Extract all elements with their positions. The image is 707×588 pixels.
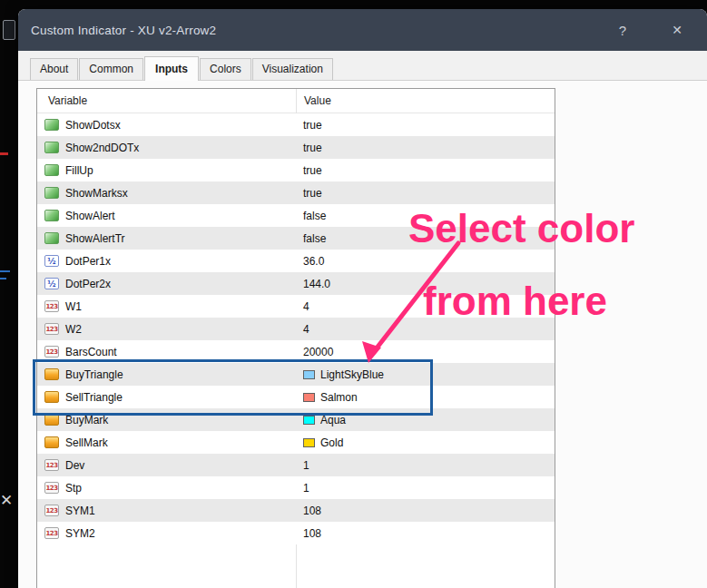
variable-cell: ShowAlert bbox=[37, 210, 296, 222]
value-label: Salmon bbox=[320, 391, 358, 404]
value-cell[interactable]: true bbox=[296, 164, 555, 177]
value-label: true bbox=[303, 187, 322, 200]
number-icon: 123 bbox=[44, 459, 59, 471]
value-cell[interactable]: 1 bbox=[296, 459, 555, 472]
variable-cell: 123 SYM2 bbox=[37, 527, 296, 540]
value-cell[interactable]: 20000 bbox=[296, 346, 555, 358]
tab-about[interactable]: About bbox=[30, 58, 78, 80]
inputs-table: Variable Value ShowDotsx true Show2ndDOT… bbox=[36, 88, 555, 588]
value-cell[interactable]: Gold bbox=[296, 436, 555, 449]
bool-icon bbox=[44, 187, 59, 199]
variable-label: Show2ndDOTx bbox=[65, 142, 139, 154]
bool-icon bbox=[44, 232, 59, 244]
tab-label: Colors bbox=[210, 63, 241, 75]
variable-label: ShowAlert bbox=[65, 210, 115, 222]
value-cell[interactable]: 144.0 bbox=[296, 278, 555, 290]
number-icon: 123 bbox=[44, 482, 59, 494]
tab-label: Common bbox=[89, 63, 133, 75]
variable-cell: 123 BarsCount bbox=[37, 346, 296, 358]
color-swatch bbox=[303, 370, 315, 379]
tab-visualization[interactable]: Visualization bbox=[252, 58, 333, 80]
number-icon: 123 bbox=[44, 527, 59, 539]
table-row[interactable]: 123 Dev 1 bbox=[37, 454, 555, 476]
table-row[interactable]: ShowMarksx true bbox=[37, 181, 555, 204]
value-cell[interactable]: Salmon bbox=[296, 391, 555, 404]
table-row[interactable]: ShowAlert false bbox=[37, 204, 555, 227]
value-cell[interactable]: false bbox=[296, 210, 555, 222]
help-icon[interactable]: ? bbox=[609, 23, 636, 38]
tab-colors[interactable]: Colors bbox=[200, 58, 251, 80]
table-row[interactable]: BuyMark Aqua bbox=[37, 408, 555, 431]
variable-cell: ½ DotPer1x bbox=[37, 255, 296, 268]
background-red-tick bbox=[0, 152, 8, 155]
variable-label: BuyMark bbox=[65, 414, 108, 426]
variable-label: Dev bbox=[65, 459, 84, 472]
table-row[interactable]: FillUp true bbox=[37, 159, 555, 181]
title-bar[interactable]: Custom Indicator - XU v2-Arrow2 ? ✕ bbox=[18, 9, 707, 51]
tab-inputs[interactable]: Inputs bbox=[144, 56, 199, 81]
header-value: Value bbox=[296, 94, 555, 107]
table-row[interactable]: SellTriangle Salmon bbox=[37, 386, 555, 408]
variable-cell: ShowAlertTr bbox=[37, 232, 296, 245]
color-swatch bbox=[303, 438, 315, 447]
variable-cell: 123 W1 bbox=[37, 300, 296, 313]
table-row[interactable]: Show2ndDOTx true bbox=[37, 136, 555, 159]
close-icon[interactable]: ✕ bbox=[663, 23, 691, 37]
value-label: true bbox=[303, 164, 322, 177]
table-row[interactable]: ½ DotPer2x 144.0 bbox=[37, 272, 555, 295]
tab-common[interactable]: Common bbox=[79, 58, 143, 80]
value-cell[interactable]: 4 bbox=[296, 323, 555, 336]
variable-label: W1 bbox=[65, 300, 82, 313]
value-label: 108 bbox=[303, 505, 321, 517]
value-cell[interactable]: 108 bbox=[296, 505, 555, 517]
table-row[interactable]: 123 W2 4 bbox=[37, 318, 555, 340]
tab-bar: About Common Inputs Colors Visualization bbox=[30, 56, 334, 80]
value-cell[interactable]: 1 bbox=[296, 482, 555, 495]
table-row[interactable]: 123 W1 4 bbox=[37, 295, 555, 318]
bool-icon bbox=[44, 119, 59, 131]
table-row[interactable]: 123 SYM1 108 bbox=[37, 499, 555, 522]
variable-cell: SellTriangle bbox=[37, 391, 296, 404]
variable-cell: 123 W2 bbox=[37, 323, 296, 336]
value-label: 36.0 bbox=[303, 255, 324, 268]
variable-cell: ½ DotPer2x bbox=[37, 278, 296, 290]
variable-label: BuyTriangle bbox=[65, 368, 123, 381]
variable-cell: SellMark bbox=[37, 436, 296, 449]
table-row[interactable]: 123 Stp 1 bbox=[37, 476, 555, 499]
value-cell[interactable]: LightSkyBlue bbox=[296, 368, 555, 381]
value-cell[interactable]: true bbox=[296, 119, 555, 132]
table-row[interactable]: ½ DotPer1x 36.0 bbox=[37, 250, 555, 272]
value-cell[interactable]: true bbox=[296, 142, 555, 154]
bool-icon bbox=[44, 164, 59, 176]
value-cell[interactable]: 36.0 bbox=[296, 255, 555, 268]
table-body: ShowDotsx true Show2ndDOTx true FillUp t… bbox=[37, 113, 555, 544]
background-blue-tick bbox=[0, 270, 10, 272]
value-cell[interactable]: 108 bbox=[296, 527, 555, 540]
bool-icon bbox=[44, 142, 59, 153]
number-icon: 123 bbox=[44, 505, 59, 516]
value-label: false bbox=[303, 210, 326, 222]
table-row[interactable]: SellMark Gold bbox=[37, 431, 555, 454]
table-row[interactable]: 123 BarsCount 20000 bbox=[37, 340, 555, 363]
value-label: 1 bbox=[303, 482, 309, 495]
custom-indicator-dialog: Custom Indicator - XU v2-Arrow2 ? ✕ Abou… bbox=[18, 9, 707, 588]
value-label: LightSkyBlue bbox=[320, 368, 384, 381]
value-cell[interactable]: false bbox=[296, 232, 555, 245]
variable-label: SYM2 bbox=[65, 527, 95, 540]
value-cell[interactable]: 4 bbox=[296, 300, 555, 313]
table-row[interactable]: 123 SYM2 108 bbox=[37, 522, 555, 544]
variable-label: SellTriangle bbox=[65, 391, 123, 404]
value-cell[interactable]: true bbox=[296, 187, 555, 200]
background-close-icon[interactable]: ✕ bbox=[0, 493, 13, 508]
tab-label: Visualization bbox=[262, 63, 323, 75]
value-cell[interactable]: Aqua bbox=[296, 414, 555, 426]
background-blue-tick bbox=[0, 278, 6, 279]
value-label: 20000 bbox=[303, 346, 333, 358]
bool-icon bbox=[44, 210, 59, 221]
value-label: false bbox=[303, 232, 326, 245]
value-label: true bbox=[303, 142, 322, 154]
table-row[interactable]: ShowDotsx true bbox=[37, 113, 555, 136]
variable-label: ShowAlertTr bbox=[65, 232, 125, 245]
table-row[interactable]: BuyTriangle LightSkyBlue bbox=[37, 363, 555, 386]
table-row[interactable]: ShowAlertTr false bbox=[37, 227, 555, 250]
